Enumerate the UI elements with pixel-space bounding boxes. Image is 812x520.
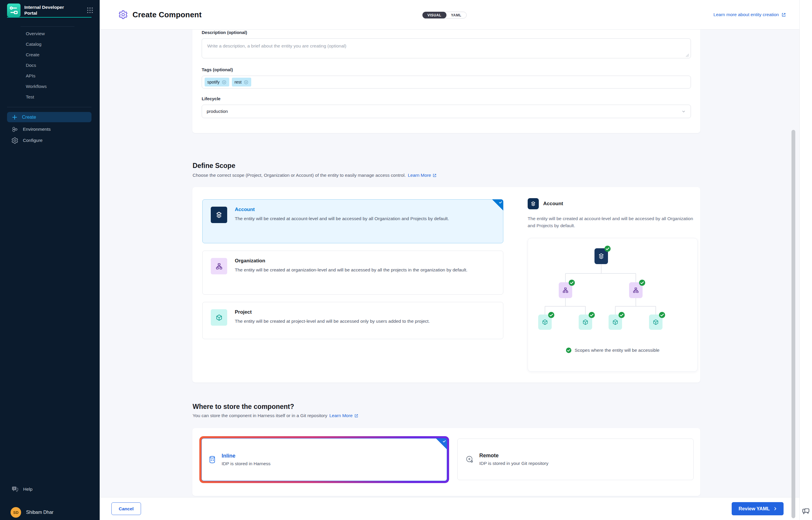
scope-detail-title: Account <box>543 201 563 207</box>
store-section-title: Where to store the component? <box>192 403 294 411</box>
inline-database-icon <box>208 456 216 464</box>
sidebar-item-help[interactable]: ? Help <box>11 486 32 493</box>
scope-option-title: Organization <box>235 258 468 264</box>
learn-more-label: Learn More <box>330 413 352 418</box>
store-learn-more-link[interactable]: Learn More <box>330 413 359 418</box>
sidebar-item-environments[interactable]: Environments <box>0 125 100 134</box>
page-title: Create Component <box>132 10 202 19</box>
selected-check-badge <box>492 199 503 210</box>
account-layers-icon <box>211 207 227 223</box>
diagram-caption: Scopes where the entity will be accessib… <box>528 347 698 353</box>
scope-learn-more-link[interactable]: Learn More <box>408 173 437 178</box>
sidebar-item-workflows[interactable]: Workflows <box>0 81 100 92</box>
tag-chip: rest <box>232 78 251 86</box>
brand-accent-line <box>7 17 91 18</box>
help-label: Help <box>23 487 32 492</box>
avatar: SD <box>10 507 21 518</box>
chevron-down-icon <box>681 109 686 114</box>
page-header: Create Component VISUAL YAML Learn more … <box>100 0 800 30</box>
sidebar-divider <box>21 26 75 27</box>
project-cube-icon <box>211 309 227 326</box>
sidebar: Internal Developer Portal Overview Catal… <box>0 0 100 520</box>
store-subtitle-text: You can store the component in Harness i… <box>192 413 328 418</box>
diagram-organization-node <box>559 282 572 298</box>
external-link-icon <box>781 12 786 17</box>
selected-check-badge <box>436 438 447 449</box>
store-selection-panel: Inline IDP is stored in Harness Remote I… <box>192 428 700 496</box>
component-gear-icon <box>118 10 128 20</box>
define-scope-subtitle-text: Choose the correct scope (Project, Organ… <box>192 173 406 178</box>
sidebar-item-catalog[interactable]: Catalog <box>0 39 100 50</box>
lifecycle-value: production <box>207 109 228 114</box>
diagram-organization-node <box>629 282 643 298</box>
cancel-button[interactable]: Cancel <box>111 502 141 515</box>
tags-input[interactable]: spotify rest <box>202 76 691 88</box>
external-link-icon <box>354 414 359 418</box>
scope-option-description: The entity will be created at project-le… <box>235 318 430 325</box>
scope-detail-header: Account <box>528 198 563 209</box>
scope-option-account[interactable]: Account The entity will be created at ac… <box>202 199 503 243</box>
check-badge-icon <box>548 312 555 318</box>
tag-chip: spotify <box>205 78 229 86</box>
define-scope-subtitle: Choose the correct scope (Project, Organ… <box>192 173 437 178</box>
tab-visual[interactable]: VISUAL <box>422 12 446 19</box>
store-section-subtitle: You can store the component in Harness i… <box>192 413 359 418</box>
tab-yaml[interactable]: YAML <box>446 12 466 18</box>
plus-icon <box>11 114 18 121</box>
chevron-right-icon <box>773 506 778 511</box>
review-yaml-label: Review YAML <box>739 506 770 512</box>
diagram-project-node <box>538 314 552 330</box>
scope-diagram: Scopes where the entity will be accessib… <box>528 238 698 372</box>
diagram-caption-text: Scopes where the entity will be accessib… <box>575 348 659 353</box>
scope-option-project[interactable]: Project The entity will be created at pr… <box>202 302 503 339</box>
description-input[interactable] <box>202 38 691 58</box>
idp-logo-icon <box>7 3 21 17</box>
configure-label: Configure <box>23 138 43 143</box>
tag-chip-label: rest <box>235 80 241 84</box>
description-label: Description (optional) <box>202 30 691 35</box>
scope-selection-panel: Account The entity will be created at ac… <box>192 187 700 383</box>
store-option-inline[interactable]: Inline IDP is stored in Harness <box>201 438 447 481</box>
sidebar-create-button[interactable]: Create <box>7 112 91 122</box>
store-option-remote[interactable]: Remote IDP is stored in your Git reposit… <box>457 439 693 480</box>
store-option-description: IDP is stored in Harness <box>221 461 270 466</box>
check-badge-icon <box>588 312 595 318</box>
brand-row: Internal Developer Portal <box>0 0 100 17</box>
sidebar-item-create[interactable]: Create <box>0 50 100 60</box>
chat-support-icon[interactable] <box>802 507 810 516</box>
sidebar-item-overview[interactable]: Overview <box>0 28 100 39</box>
user-name: Shibam Dhar <box>26 510 53 515</box>
learn-more-entity-creation-link[interactable]: Learn more about entity creation <box>713 12 786 17</box>
remove-tag-icon[interactable] <box>244 80 248 85</box>
lifecycle-select[interactable]: production <box>202 105 691 118</box>
check-badge-icon <box>569 279 575 286</box>
gear-icon <box>11 137 19 144</box>
remove-tag-icon[interactable] <box>221 80 227 85</box>
scope-option-title: Account <box>235 207 449 212</box>
scope-option-title: Project <box>235 309 430 315</box>
scope-option-organization[interactable]: Organization The entity will be created … <box>202 251 503 294</box>
diagram-project-node <box>608 314 622 330</box>
sidebar-item-docs[interactable]: Docs <box>0 60 100 71</box>
sidebar-item-configure[interactable]: Configure <box>0 136 100 145</box>
user-menu[interactable]: SD Shibam Dhar <box>10 507 53 518</box>
external-link-icon <box>433 173 437 178</box>
diagram-account-node <box>595 248 608 264</box>
check-badge-icon <box>604 245 611 252</box>
sidebar-item-apis[interactable]: APIs <box>0 71 100 81</box>
app-grid-icon[interactable] <box>86 6 94 14</box>
resize-handle-icon[interactable] <box>686 54 689 57</box>
environments-label: Environments <box>23 127 51 132</box>
vertical-scrollbar-thumb[interactable] <box>791 130 795 518</box>
review-yaml-button[interactable]: Review YAML <box>732 502 784 515</box>
check-badge-icon <box>618 312 625 318</box>
tag-chip-label: spotify <box>207 80 219 84</box>
check-badge-icon <box>639 279 646 286</box>
sidebar-item-test[interactable]: Test <box>0 92 100 102</box>
visual-yaml-toggle: VISUAL YAML <box>422 12 467 19</box>
environments-icon <box>11 126 19 133</box>
create-label: Create <box>22 114 36 120</box>
store-option-title: Inline <box>221 453 270 459</box>
store-option-description: IDP is stored in your Git repository <box>479 461 548 466</box>
action-footer: Cancel Review YAML <box>100 497 800 520</box>
